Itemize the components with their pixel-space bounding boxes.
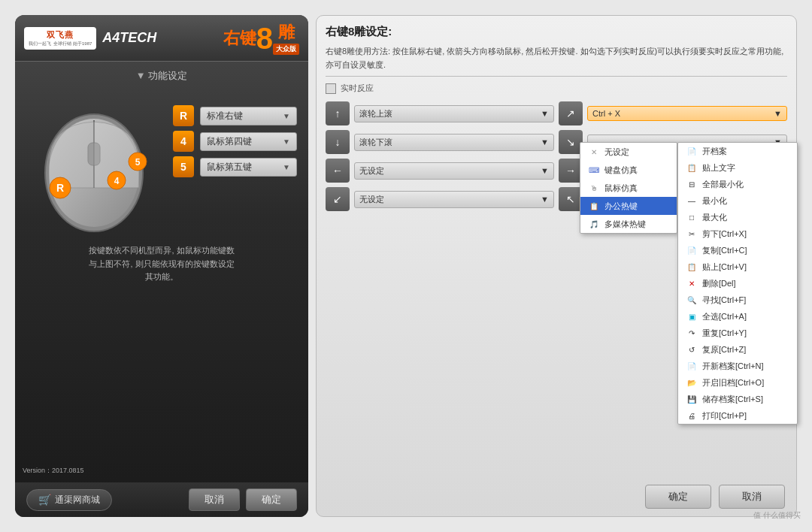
logo-tagline: 我们一起飞 全球行销 始于1987 bbox=[29, 41, 92, 47]
logo-area: 双飞燕 我们一起飞 全球行销 始于1987 A4TECH bbox=[24, 27, 156, 50]
ctrl-select-dl[interactable]: 无设定 ▼ bbox=[354, 191, 554, 208]
sub-item-copy[interactable]: 📄 复制[Ctrl+C] bbox=[678, 242, 797, 258]
sub-item-cut[interactable]: ✂ 剪下[Ctrl+X] bbox=[678, 225, 797, 242]
func-row-r: R 标准右键 ▼ bbox=[173, 105, 297, 126]
maximize-icon: □ bbox=[686, 211, 698, 223]
sub-item-paste[interactable]: 📋 贴上[Ctrl+V] bbox=[678, 258, 797, 275]
func-row-5: 5 鼠标第五键 ▼ bbox=[173, 156, 297, 177]
sub-item-open[interactable]: 📄 开档案 bbox=[678, 143, 797, 159]
ctrl-select-left[interactable]: 无设定 ▼ bbox=[354, 162, 554, 180]
svg-text:R: R bbox=[56, 182, 64, 194]
key-4: 4 bbox=[173, 131, 194, 152]
save-icon: 💾 bbox=[686, 393, 698, 405]
new-icon: 📄 bbox=[686, 360, 698, 372]
select-r[interactable]: 标准右键 ▼ bbox=[200, 107, 297, 125]
sub-item-selectall[interactable]: ▣ 全选[Ctrl+A] bbox=[678, 308, 797, 325]
svg-text:4: 4 bbox=[114, 176, 120, 186]
select-5[interactable]: 鼠标第五键 ▼ bbox=[200, 158, 297, 177]
title-badge: 大众版 bbox=[273, 44, 299, 55]
realtime-label: 实时反应 bbox=[341, 83, 374, 94]
undo-icon: ↺ bbox=[686, 343, 698, 355]
shop-button[interactable]: 🛒 通渠网商城 bbox=[26, 489, 112, 511]
func-title: 功能设定 bbox=[26, 69, 297, 83]
left-panel: 双飞燕 我们一起飞 全球行销 始于1987 A4TECH 右键 8 雕 大众版 … bbox=[15, 15, 308, 517]
confirm-button-right[interactable]: 确定 bbox=[645, 485, 711, 509]
dropdown-overlay: ✕ 无设定 ⌨ 键盘仿真 🖱 鼠标仿真 📋 办公热键 🎵 多媒体热键 bbox=[580, 142, 677, 234]
minimize-all-icon: ⊟ bbox=[686, 178, 698, 190]
ctrl-select-up[interactable]: 滚轮上滚 ▼ bbox=[354, 105, 554, 122]
office-icon: 📋 bbox=[588, 200, 600, 212]
note-text: 按键数依不同机型而异, 如鼠标功能键数与上图不符, 则只能依现有的按键数设定其功… bbox=[26, 244, 297, 284]
dir-down[interactable]: ↓ bbox=[326, 130, 350, 154]
sub-item-undo[interactable]: ↺ 复原[Ctrl+Z] bbox=[678, 341, 797, 358]
watermark: 值 什么值得买 bbox=[753, 510, 801, 521]
sub-item-maximize[interactable]: □ 最大化 bbox=[678, 209, 797, 225]
confirm-button-left[interactable]: 确定 bbox=[246, 488, 297, 511]
dropdown-item-none[interactable]: ✕ 无设定 bbox=[580, 143, 677, 161]
copy-icon: 📄 bbox=[686, 244, 698, 256]
mouse-image: R 4 5 bbox=[26, 90, 162, 240]
dir-up[interactable]: ↑ bbox=[326, 101, 350, 125]
sub-item-save[interactable]: 💾 储存档案[Ctrl+S] bbox=[678, 391, 797, 407]
sub-item-print[interactable]: 🖨 打印[Ctrl+P] bbox=[678, 407, 797, 424]
mouse-icon: 🖱 bbox=[588, 182, 600, 194]
paste-text-icon: 📋 bbox=[686, 162, 698, 174]
dropdown-item-mouse[interactable]: 🖱 鼠标仿真 bbox=[580, 179, 677, 197]
left-header: 双飞燕 我们一起飞 全球行销 始于1987 A4TECH 右键 8 雕 大众版 bbox=[15, 15, 308, 62]
realtime-checkbox[interactable] bbox=[326, 83, 336, 94]
ctrl-row-up: ↑ 滚轮上滚 ▼ bbox=[326, 101, 554, 125]
sub-item-redo[interactable]: ↷ 重复[Ctrl+Y] bbox=[678, 325, 797, 341]
none-icon: ✕ bbox=[588, 146, 600, 158]
right-panel: 右键8雕设定: 右键8雕使用方法: 按住鼠标右键, 依箭头方向移动鼠标, 然后松… bbox=[316, 15, 797, 517]
logo-box: 双飞燕 我们一起飞 全球行销 始于1987 bbox=[24, 27, 96, 50]
title-suffix: 雕 bbox=[278, 21, 295, 44]
ctrl-row-dl: ↙ 无设定 ▼ bbox=[326, 187, 554, 211]
select-4[interactable]: 鼠标第四键 ▼ bbox=[200, 132, 297, 151]
left-footer: 🛒 通渠网商城 取消 确定 bbox=[15, 482, 308, 517]
sub-item-open-old[interactable]: 📂 开启旧档[Ctrl+O] bbox=[678, 374, 797, 391]
paste-icon: 📋 bbox=[686, 261, 698, 273]
ctrl-select-down[interactable]: 滚轮下滚 ▼ bbox=[354, 134, 554, 151]
footer-buttons: 取消 确定 bbox=[189, 488, 297, 511]
key-r: R bbox=[173, 105, 194, 126]
sub-item-find[interactable]: 🔍 寻找[Ctrl+F] bbox=[678, 292, 797, 308]
cut-icon: ✂ bbox=[686, 228, 698, 240]
func-rows: R 标准右键 ▼ 4 鼠标第四键 ▼ 5 鼠标第五键 bbox=[173, 105, 297, 233]
ctrl-row-down: ↓ 滚轮下滚 ▼ bbox=[326, 130, 554, 154]
sub-item-paste-text[interactable]: 📋 贴上文字 bbox=[678, 159, 797, 176]
cart-icon: 🛒 bbox=[38, 494, 51, 506]
kbd-icon: ⌨ bbox=[588, 164, 600, 176]
svg-text:5: 5 bbox=[135, 157, 141, 168]
right-footer: 确定 取消 bbox=[645, 485, 785, 509]
right-desc: 右键8雕使用方法: 按住鼠标右键, 依箭头方向移动鼠标, 然后松开按键. 如勾选… bbox=[326, 45, 787, 77]
delete-icon: ✕ bbox=[686, 277, 698, 289]
redo-icon: ↷ bbox=[686, 327, 698, 339]
sub-item-minimize[interactable]: — 最小化 bbox=[678, 192, 797, 209]
sub-item-new[interactable]: 📄 开新档案[Ctrl+N] bbox=[678, 358, 797, 374]
sub-item-minimize-all[interactable]: ⊟ 全部最小化 bbox=[678, 176, 797, 192]
left-content: 功能设定 bbox=[15, 62, 308, 299]
right-title: 右键8雕设定: bbox=[326, 25, 787, 39]
dir-ur[interactable]: ↗ bbox=[559, 101, 583, 125]
dropdown-item-media[interactable]: 🎵 多媒体热键 bbox=[580, 215, 677, 233]
selectall-icon: ▣ bbox=[686, 310, 698, 322]
cancel-button-left[interactable]: 取消 bbox=[189, 488, 240, 511]
sub-item-delete[interactable]: ✕ 删除[Del] bbox=[678, 275, 797, 292]
realtime-row: 实时反应 bbox=[326, 83, 787, 94]
sub-dropdown-office: 📄 开档案 📋 贴上文字 ⊟ 全部最小化 — 最小化 □ 最大化 ✂ 剪下[Ct… bbox=[677, 142, 798, 425]
dropdown-item-office[interactable]: 📋 办公热键 bbox=[580, 197, 677, 215]
ctrl-select-ur[interactable]: Ctrl + X ▼ bbox=[587, 106, 787, 121]
open-old-icon: 📂 bbox=[686, 376, 698, 388]
open-icon: 📄 bbox=[686, 145, 698, 157]
func-row-4: 4 鼠标第四键 ▼ bbox=[173, 131, 297, 152]
dir-left[interactable]: ← bbox=[326, 159, 350, 183]
media-icon: 🎵 bbox=[588, 218, 600, 230]
title-area: 右键 8 雕 大众版 bbox=[223, 21, 299, 55]
cancel-button-right[interactable]: 取消 bbox=[719, 485, 785, 509]
title-num: 8 bbox=[256, 23, 273, 53]
title-chinese: 右键 bbox=[223, 27, 256, 50]
dir-dl[interactable]: ↙ bbox=[326, 187, 350, 211]
ctrl-row-left: ← 无设定 ▼ bbox=[326, 159, 554, 183]
dropdown-item-kbd[interactable]: ⌨ 键盘仿真 bbox=[580, 161, 677, 179]
a4tech-logo: A4TECH bbox=[102, 30, 156, 46]
